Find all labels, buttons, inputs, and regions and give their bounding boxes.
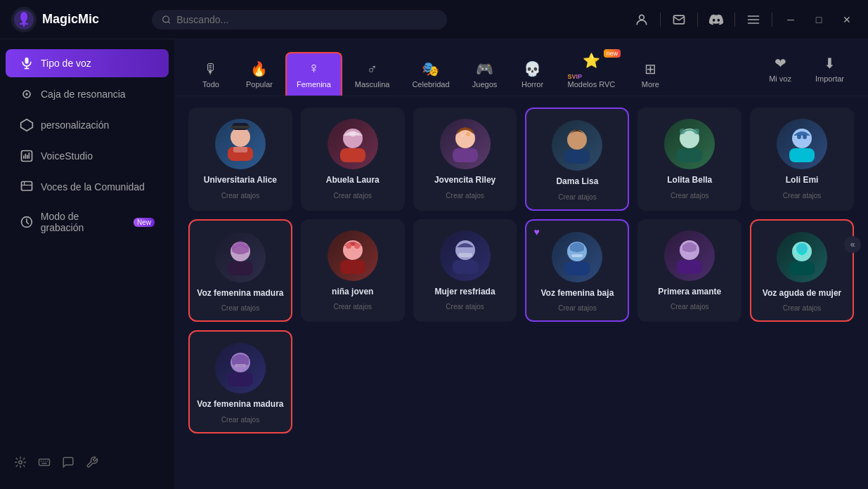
card-primera-action: Crear atajos — [671, 303, 708, 311]
hamburger-icon[interactable] — [744, 10, 763, 30]
tab-horror[interactable]: 💀 Horror — [510, 55, 555, 96]
card-loli-emi[interactable]: Loli Emi Crear atajos — [750, 107, 854, 211]
content-area: 🎙 Todo 🔥 Popular ♀ Femenina ♂ Masculina … — [174, 39, 868, 489]
tab-todo-label: Todo — [202, 80, 219, 89]
card-resfriada-action: Crear atajos — [446, 303, 484, 311]
card-lolita-bella[interactable]: Lolita Bella Crear atajos — [637, 107, 741, 211]
tab-femenina-label: Femenina — [297, 80, 331, 89]
sidebar-item-voice-type[interactable]: Tipo de voz — [6, 49, 169, 77]
tab-celebridad[interactable]: 🎭 Celebridad — [402, 55, 459, 96]
search-input[interactable] — [176, 14, 437, 25]
svg-rect-70 — [235, 364, 246, 367]
tab-mi-voz[interactable]: ❤ Mi voz — [758, 49, 803, 90]
svg-rect-4 — [20, 23, 28, 25]
tab-celebridad-label: Celebridad — [412, 80, 449, 89]
tab-masculina[interactable]: ♂ Masculina — [345, 56, 400, 96]
card-mujer-resfriada[interactable]: Mujer resfriada Crear atajos — [413, 219, 517, 322]
avatar-alice — [215, 119, 266, 169]
sidebar-label-community: Voces de la Comunidad — [41, 181, 145, 193]
card-lisa-name: Dama Lisa — [556, 176, 598, 188]
card-lolita-action: Crear atajos — [671, 192, 708, 200]
card-nina-joven[interactable]: niña joven Crear atajos — [301, 219, 405, 322]
card-voz-femenina-baja[interactable]: ♥ Voz femenina baja Crear atajos — [525, 219, 629, 322]
card-aguda-action: Crear atajos — [783, 304, 821, 312]
sidebar-item-resonance[interactable]: Caja de resonancia — [6, 80, 169, 108]
settings-icon[interactable] — [14, 456, 27, 472]
card-voz-femenina-madura-2[interactable]: Voz femenina madura Crear atajos — [188, 330, 292, 433]
sidebar-item-community[interactable]: Voces de la Comunidad — [6, 173, 169, 201]
tabs-bar: 🎙 Todo 🔥 Popular ♀ Femenina ♂ Masculina … — [174, 39, 868, 96]
card-primera-amante[interactable]: Primera amante Crear atajos — [637, 219, 741, 322]
svg-point-42 — [567, 130, 587, 150]
maximize-button[interactable]: □ — [809, 10, 829, 30]
chat-icon[interactable] — [62, 456, 75, 472]
tab-mi-voz-label: Mi voz — [769, 74, 791, 83]
svg-rect-32 — [231, 126, 250, 129]
card-riley-action: Crear atajos — [446, 192, 484, 200]
community-icon — [20, 180, 34, 194]
card-laura-action: Crear atajos — [334, 192, 372, 200]
tab-juegos[interactable]: 🎮 Juegos — [462, 55, 507, 96]
minimize-button[interactable]: ─ — [781, 10, 801, 30]
tools-icon[interactable] — [86, 456, 98, 472]
avatar-lisa — [552, 120, 602, 171]
tab-todo[interactable]: 🎙 Todo — [188, 56, 233, 96]
logo-area: MagicMic — [11, 7, 152, 32]
scroll-right-button[interactable]: « — [844, 236, 861, 253]
card-aguda-name: Voz aguda de mujer — [763, 288, 841, 299]
sidebar-item-voicestudio[interactable]: VoiceStudio — [6, 142, 169, 170]
avatar-resfriada — [440, 230, 491, 281]
keyboard-icon[interactable] — [38, 456, 51, 472]
card-riley-name: Jovencita Riley — [434, 175, 495, 186]
card-jovencita-riley[interactable]: Jovencita Riley Crear atajos — [413, 107, 517, 211]
mail-icon[interactable] — [669, 10, 689, 30]
avatar-primera — [664, 230, 715, 281]
svg-rect-41 — [453, 148, 478, 162]
card-abuela-laura[interactable]: Abuela Laura Crear atajos — [301, 107, 405, 211]
svg-point-40 — [466, 132, 470, 136]
diamond-icon — [20, 118, 34, 132]
tab-importar[interactable]: ⬇ Importar — [805, 49, 854, 90]
search-bar[interactable] — [152, 10, 447, 30]
svg-point-39 — [461, 134, 464, 137]
sidebar-bottom — [0, 448, 174, 481]
avatar-laura — [328, 119, 378, 169]
sidebar-label-voice-type: Tipo de voz — [41, 58, 91, 69]
user-icon[interactable] — [632, 10, 652, 30]
avatar-aguda — [777, 232, 827, 282]
tab-modelos-rvc-icon: ⭐ — [583, 52, 600, 69]
tab-more-label: More — [642, 80, 659, 89]
tab-femenina[interactable]: ♀ Femenina — [285, 52, 342, 96]
sidebar-item-personalization[interactable]: personalización — [6, 111, 169, 139]
tab-juegos-label: Juegos — [472, 80, 497, 89]
tab-modelos-rvc[interactable]: new ⭐ SVIP Modelos RVC — [558, 46, 626, 96]
card-voz-femenina-madura[interactable]: Voz femenina madura Crear atajos — [188, 219, 292, 322]
modelos-rvc-new-badge: new — [604, 49, 621, 58]
tab-popular[interactable]: 🔥 Popular — [236, 55, 283, 96]
sidebar-item-recording[interactable]: Modo de grabación New — [6, 204, 169, 240]
svg-point-56 — [354, 243, 360, 249]
close-button[interactable]: ✕ — [837, 10, 857, 30]
card-universitaria-alice[interactable]: Universitaria Alice Crear atajos — [188, 107, 292, 211]
discord-icon[interactable] — [706, 10, 726, 30]
svg-rect-63 — [564, 261, 590, 275]
tab-mi-voz-icon: ❤ — [775, 55, 786, 72]
svg-rect-19 — [22, 182, 32, 191]
avatar-lolita — [664, 119, 715, 169]
svg-point-50 — [803, 135, 807, 139]
card-emi-action: Crear atajos — [783, 192, 821, 200]
svg-rect-68 — [789, 261, 815, 275]
card-voz-aguda-mujer[interactable]: Voz aguda de mujer Crear atajos — [750, 219, 854, 322]
resonance-icon — [20, 87, 34, 101]
sep-3 — [734, 13, 735, 27]
titlebar-controls: ─ □ ✕ — [632, 10, 857, 30]
tab-popular-label: Popular — [246, 80, 273, 89]
svg-rect-71 — [228, 372, 253, 386]
svg-rect-57 — [340, 260, 365, 274]
card-alice-name: Universitaria Alice — [204, 175, 277, 186]
card-dama-lisa[interactable]: Dama Lisa Crear atajos — [525, 107, 629, 211]
card-resfriada-name: Mujer resfriada — [435, 287, 495, 298]
tab-more[interactable]: ⊞ More — [628, 55, 673, 96]
card-baja-action: Crear atajos — [558, 304, 596, 312]
card-primera-name: Primera amante — [658, 287, 721, 298]
